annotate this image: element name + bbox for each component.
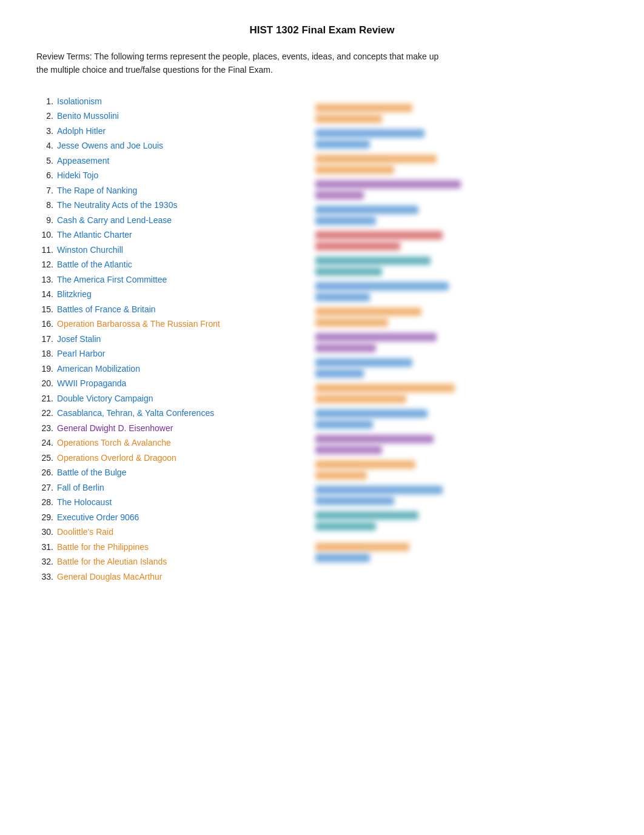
list-item: 23.General Dwight D. Eisenhower bbox=[36, 421, 291, 436]
list-item: 27.Fall of Berlin bbox=[36, 480, 291, 495]
item-text: Blitzkrieg bbox=[57, 287, 92, 302]
item-text: Pearl Harbor bbox=[57, 346, 105, 361]
list-item: 21.Double Victory Campaign bbox=[36, 391, 291, 406]
item-number: 1. bbox=[36, 94, 53, 109]
item-number: 18. bbox=[36, 346, 53, 361]
item-number: 5. bbox=[36, 153, 53, 169]
item-text: Operation Barbarossa & The Russian Front bbox=[57, 317, 220, 332]
item-number: 6. bbox=[36, 168, 53, 183]
list-item: 24.Operations Torch & Avalanche bbox=[36, 435, 291, 451]
item-text: Executive Order 9066 bbox=[57, 510, 139, 525]
item-number: 30. bbox=[36, 525, 53, 540]
item-number: 31. bbox=[36, 540, 53, 555]
list-item: 20.WWII Propaganda bbox=[36, 376, 291, 391]
item-text: WWII Propaganda bbox=[57, 376, 126, 391]
item-text: Operations Torch & Avalanche bbox=[57, 435, 171, 451]
list-item: 7.The Rape of Nanking bbox=[36, 183, 291, 198]
item-number: 19. bbox=[36, 361, 53, 377]
blurred-content bbox=[315, 94, 608, 585]
item-text: Winston Churchill bbox=[57, 243, 123, 258]
item-text: Adolph Hitler bbox=[57, 124, 106, 139]
item-number: 9. bbox=[36, 213, 53, 228]
item-text: Jesse Owens and Joe Louis bbox=[57, 138, 163, 153]
item-number: 17. bbox=[36, 332, 53, 347]
item-text: Appeasement bbox=[57, 153, 109, 169]
item-text: Fall of Berlin bbox=[57, 480, 104, 495]
item-number: 26. bbox=[36, 465, 53, 480]
item-text: Operations Overlord & Dragoon bbox=[57, 451, 176, 466]
item-number: 28. bbox=[36, 495, 53, 510]
list-item: 2.Benito Mussolini bbox=[36, 109, 291, 124]
list-item: 3.Adolph Hitler bbox=[36, 124, 291, 139]
item-text: Battle of the Bulge bbox=[57, 465, 126, 480]
list-item: 11.Winston Churchill bbox=[36, 243, 291, 258]
list-item: 15.Battles of France & Britain bbox=[36, 302, 291, 317]
list-item: 1.Isolationism bbox=[36, 94, 291, 109]
item-text: Casablanca, Tehran, & Yalta Conferences bbox=[57, 406, 214, 421]
item-number: 16. bbox=[36, 317, 53, 332]
page-title: HIST 1302 Final Exam Review bbox=[36, 24, 608, 36]
item-number: 10. bbox=[36, 227, 53, 243]
list-item: 22.Casablanca, Tehran, & Yalta Conferenc… bbox=[36, 406, 291, 421]
list-item: 25.Operations Overlord & Dragoon bbox=[36, 451, 291, 466]
item-number: 8. bbox=[36, 198, 53, 213]
item-text: Battle of the Atlantic bbox=[57, 257, 132, 272]
list-item: 5.Appeasement bbox=[36, 153, 291, 169]
item-text: Benito Mussolini bbox=[57, 109, 119, 124]
list-item: 18.Pearl Harbor bbox=[36, 346, 291, 361]
item-text: The America First Committee bbox=[57, 272, 167, 287]
item-text: Battle for the Philippines bbox=[57, 540, 149, 555]
list-item: 16.Operation Barbarossa & The Russian Fr… bbox=[36, 317, 291, 332]
item-text: Hideki Tojo bbox=[57, 168, 98, 183]
item-number: 27. bbox=[36, 480, 53, 495]
list-item: 9.Cash & Carry and Lend-Lease bbox=[36, 213, 291, 228]
item-text: General Douglas MacArthur bbox=[57, 569, 163, 585]
item-number: 13. bbox=[36, 272, 53, 287]
item-text: Battle for the Aleutian Islands bbox=[57, 554, 167, 569]
item-number: 21. bbox=[36, 391, 53, 406]
item-number: 2. bbox=[36, 109, 53, 124]
list-item: 19.American Mobilization bbox=[36, 361, 291, 377]
item-text: Double Victory Campaign bbox=[57, 391, 153, 406]
item-number: 3. bbox=[36, 124, 53, 139]
item-text: Josef Stalin bbox=[57, 332, 101, 347]
list-item: 29.Executive Order 9066 bbox=[36, 510, 291, 525]
item-text: American Mobilization bbox=[57, 361, 140, 377]
list-item: 10.The Atlantic Charter bbox=[36, 227, 291, 243]
terms-list: 1.Isolationism2.Benito Mussolini3.Adolph… bbox=[36, 94, 291, 585]
item-text: The Neutrality Acts of the 1930s bbox=[57, 198, 177, 213]
list-item: 17.Josef Stalin bbox=[36, 332, 291, 347]
list-item: 13.The America First Committee bbox=[36, 272, 291, 287]
item-number: 15. bbox=[36, 302, 53, 317]
item-text: The Rape of Nanking bbox=[57, 183, 137, 198]
list-item: 8.The Neutrality Acts of the 1930s bbox=[36, 198, 291, 213]
item-number: 29. bbox=[36, 510, 53, 525]
list-item: 6.Hideki Tojo bbox=[36, 168, 291, 183]
item-text: General Dwight D. Eisenhower bbox=[57, 421, 173, 436]
item-number: 32. bbox=[36, 554, 53, 569]
list-item: 31.Battle for the Philippines bbox=[36, 540, 291, 555]
item-number: 7. bbox=[36, 183, 53, 198]
item-number: 33. bbox=[36, 569, 53, 585]
item-text: Cash & Carry and Lend-Lease bbox=[57, 213, 172, 228]
item-number: 23. bbox=[36, 421, 53, 436]
list-item: 14.Blitzkrieg bbox=[36, 287, 291, 302]
list-item: 28.The Holocaust bbox=[36, 495, 291, 510]
item-number: 12. bbox=[36, 257, 53, 272]
list-item: 4.Jesse Owens and Joe Louis bbox=[36, 138, 291, 153]
item-number: 11. bbox=[36, 243, 53, 258]
item-number: 22. bbox=[36, 406, 53, 421]
item-number: 25. bbox=[36, 451, 53, 466]
item-number: 4. bbox=[36, 138, 53, 153]
list-item: 32.Battle for the Aleutian Islands bbox=[36, 554, 291, 569]
item-text: The Holocaust bbox=[57, 495, 112, 510]
item-number: 24. bbox=[36, 435, 53, 451]
list-item: 30.Doolittle's Raid bbox=[36, 525, 291, 540]
item-number: 20. bbox=[36, 376, 53, 391]
item-number: 14. bbox=[36, 287, 53, 302]
item-text: Battles of France & Britain bbox=[57, 302, 156, 317]
item-text: The Atlantic Charter bbox=[57, 227, 132, 243]
list-item: 12.Battle of the Atlantic bbox=[36, 257, 291, 272]
list-item: 33.General Douglas MacArthur bbox=[36, 569, 291, 585]
intro-text: Review Terms: The following terms repres… bbox=[36, 50, 449, 77]
